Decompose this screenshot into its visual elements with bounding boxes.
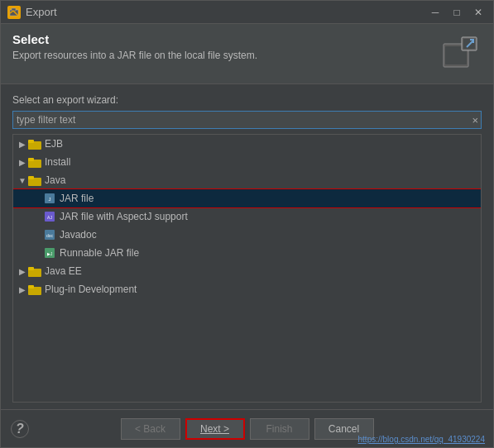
- footer-buttons: < Back Next > Finish Cancel: [121, 418, 374, 440]
- tree-label-install: Install: [45, 156, 70, 168]
- tree-arrow-ejb[interactable]: [17, 138, 28, 150]
- svg-rect-10: [28, 140, 34, 143]
- tree-arrow-java-ee[interactable]: [17, 265, 28, 277]
- tree-arrow-install[interactable]: [17, 156, 28, 168]
- tree-item-plugin-dev[interactable]: Plug-in Development: [13, 280, 481, 298]
- tree-arrow-jar-file: [31, 193, 43, 204]
- footer: ? < Back Next > Finish Cancel https://bl…: [1, 409, 493, 447]
- filter-input-wrap: ×: [12, 111, 482, 129]
- tree-item-jar-file[interactable]: J JAR file: [13, 189, 481, 207]
- header-subtitle: Export resources into a JAR file on the …: [12, 50, 439, 61]
- svg-rect-12: [28, 158, 34, 161]
- tree-item-java-ee[interactable]: Java EE: [13, 262, 481, 280]
- tree-view: EJB Install: [12, 134, 482, 403]
- tree-label-java-ee: Java EE: [45, 265, 82, 277]
- tree-arrow-jar-aspectj: [31, 211, 43, 222]
- header-text: Select Export resources into a JAR file …: [12, 32, 439, 61]
- svg-rect-24: [28, 267, 34, 270]
- tree-arrow-plugin-dev[interactable]: [17, 284, 28, 295]
- svg-text:doc: doc: [46, 233, 54, 238]
- jar-file-icon: J: [43, 192, 56, 205]
- next-button[interactable]: Next >: [185, 418, 245, 440]
- tree-label-plugin-dev: Plug-in Development: [45, 284, 137, 295]
- close-button[interactable]: ✕: [470, 4, 487, 21]
- window-icon: [7, 6, 21, 19]
- tree-arrow-javadoc: [31, 229, 43, 241]
- folder-icon-java-ee: [28, 266, 41, 276]
- tree-arrow-runnable-jar: [31, 247, 43, 259]
- javadoc-icon: doc: [43, 228, 56, 241]
- folder-icon-ejb: [28, 139, 41, 149]
- tree-item-install[interactable]: Install: [13, 153, 481, 171]
- svg-text:AJ: AJ: [47, 215, 52, 220]
- header-title: Select: [12, 32, 439, 46]
- content-section: Select an export wizard: × EJB: [1, 84, 493, 409]
- svg-rect-14: [28, 176, 34, 179]
- svg-text:J: J: [49, 197, 51, 202]
- finish-button[interactable]: Finish: [250, 418, 309, 440]
- filter-input[interactable]: [12, 111, 482, 129]
- svg-text:▶J: ▶J: [47, 251, 53, 256]
- tree-label-javadoc: Javadoc: [60, 229, 97, 241]
- tree-label-jar-file: JAR file: [60, 193, 94, 204]
- header-icon-area: [439, 32, 482, 75]
- svg-rect-26: [28, 285, 34, 288]
- export-dialog: Export ─ □ ✕ Select Export resources int…: [0, 0, 494, 448]
- tree-arrow-java[interactable]: [17, 174, 28, 186]
- tree-label-jar-aspectj: JAR file with AspectJ support: [60, 211, 188, 222]
- header-section: Select Export resources into a JAR file …: [1, 24, 493, 84]
- jar-aspectj-icon: AJ: [43, 210, 56, 223]
- tree-label-java: Java: [45, 174, 65, 186]
- export-wizard-icon: [442, 36, 478, 72]
- tree-item-jar-aspectj[interactable]: AJ JAR file with AspectJ support: [13, 207, 481, 226]
- tree-label-runnable-jar: Runnable JAR file: [60, 247, 139, 259]
- title-bar-controls: ─ □ ✕: [427, 4, 487, 21]
- runnable-jar-icon: ▶J: [43, 246, 56, 260]
- folder-icon-plugin-dev: [28, 284, 41, 294]
- tree-item-runnable-jar[interactable]: ▶J Runnable JAR file: [13, 244, 481, 262]
- filter-label: Select an export wizard:: [12, 94, 482, 106]
- maximize-button[interactable]: □: [448, 4, 465, 21]
- tree-item-ejb[interactable]: EJB: [13, 135, 481, 153]
- tree-label-ejb: EJB: [45, 138, 63, 150]
- title-bar: Export ─ □ ✕: [1, 1, 493, 24]
- folder-icon-install: [28, 157, 41, 167]
- footer-url: https://blog.csdn.net/qq_41930224: [358, 435, 485, 444]
- window-title: Export: [26, 6, 427, 18]
- filter-clear-button[interactable]: ×: [472, 115, 478, 126]
- minimize-button[interactable]: ─: [427, 4, 444, 21]
- folder-icon-java: [28, 175, 41, 185]
- help-button[interactable]: ?: [11, 420, 29, 438]
- tree-item-java[interactable]: Java: [13, 171, 481, 189]
- back-button[interactable]: < Back: [121, 418, 180, 440]
- tree-item-javadoc[interactable]: doc Javadoc: [13, 226, 481, 244]
